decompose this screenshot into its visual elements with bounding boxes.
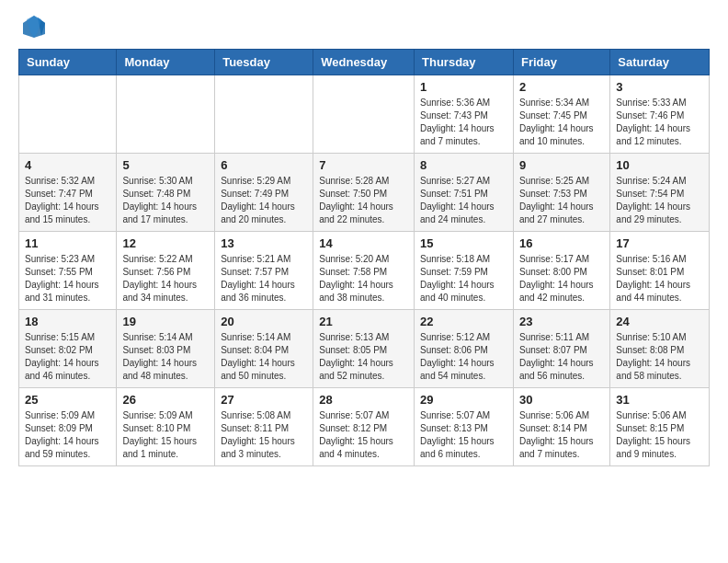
day-info: Sunrise: 5:20 AM Sunset: 7:58 PM Dayligh…: [319, 253, 408, 304]
day-info: Sunrise: 5:13 AM Sunset: 8:05 PM Dayligh…: [319, 331, 408, 383]
day-cell-2: 2Sunrise: 5:34 AM Sunset: 7:45 PM Daylig…: [513, 75, 609, 154]
day-info: Sunrise: 5:34 AM Sunset: 7:45 PM Dayligh…: [519, 97, 604, 148]
week-row-5: 25Sunrise: 5:09 AM Sunset: 8:09 PM Dayli…: [19, 388, 710, 466]
empty-cell: [117, 75, 215, 154]
day-cell-5: 5Sunrise: 5:30 AM Sunset: 7:48 PM Daylig…: [117, 154, 215, 232]
day-header-friday: Friday: [513, 50, 609, 75]
calendar-table: SundayMondayTuesdayWednesdayThursdayFrid…: [18, 49, 710, 466]
day-cell-8: 8Sunrise: 5:27 AM Sunset: 7:51 PM Daylig…: [415, 154, 514, 232]
day-number: 28: [319, 393, 408, 407]
day-info: Sunrise: 5:07 AM Sunset: 8:13 PM Dayligh…: [420, 409, 507, 461]
logo-icon: [21, 14, 47, 40]
day-number: 5: [122, 158, 209, 172]
day-cell-25: 25Sunrise: 5:09 AM Sunset: 8:09 PM Dayli…: [19, 388, 117, 466]
day-number: 22: [420, 315, 507, 328]
day-info: Sunrise: 5:29 AM Sunset: 7:49 PM Dayligh…: [221, 175, 307, 226]
page: SundayMondayTuesdayWednesdayThursdayFrid…: [0, 0, 728, 563]
day-info: Sunrise: 5:06 AM Sunset: 8:15 PM Dayligh…: [616, 409, 703, 461]
day-header-saturday: Saturday: [610, 50, 710, 75]
day-number: 17: [616, 236, 703, 250]
day-number: 24: [616, 315, 703, 328]
week-row-3: 11Sunrise: 5:23 AM Sunset: 7:55 PM Dayli…: [19, 232, 710, 310]
day-info: Sunrise: 5:32 AM Sunset: 7:47 PM Dayligh…: [25, 175, 110, 226]
day-info: Sunrise: 5:18 AM Sunset: 7:59 PM Dayligh…: [420, 253, 507, 304]
header-row: SundayMondayTuesdayWednesdayThursdayFrid…: [19, 50, 710, 75]
day-header-sunday: Sunday: [19, 50, 117, 75]
day-number: 16: [519, 236, 604, 250]
day-number: 30: [519, 393, 604, 407]
day-cell-19: 19Sunrise: 5:14 AM Sunset: 8:03 PM Dayli…: [117, 310, 215, 388]
day-info: Sunrise: 5:30 AM Sunset: 7:48 PM Dayligh…: [122, 175, 209, 226]
day-info: Sunrise: 5:27 AM Sunset: 7:51 PM Dayligh…: [420, 175, 507, 226]
day-number: 26: [122, 393, 209, 407]
day-info: Sunrise: 5:16 AM Sunset: 8:01 PM Dayligh…: [616, 253, 703, 304]
day-cell-14: 14Sunrise: 5:20 AM Sunset: 7:58 PM Dayli…: [313, 232, 415, 310]
day-info: Sunrise: 5:09 AM Sunset: 8:10 PM Dayligh…: [122, 409, 209, 461]
day-info: Sunrise: 5:17 AM Sunset: 8:00 PM Dayligh…: [519, 253, 604, 304]
day-number: 19: [122, 315, 209, 328]
day-info: Sunrise: 5:07 AM Sunset: 8:12 PM Dayligh…: [319, 409, 408, 461]
day-info: Sunrise: 5:06 AM Sunset: 8:14 PM Dayligh…: [519, 409, 604, 461]
day-cell-26: 26Sunrise: 5:09 AM Sunset: 8:10 PM Dayli…: [117, 388, 215, 466]
week-row-4: 18Sunrise: 5:15 AM Sunset: 8:02 PM Dayli…: [19, 310, 710, 388]
day-cell-6: 6Sunrise: 5:29 AM Sunset: 7:49 PM Daylig…: [215, 154, 313, 232]
day-info: Sunrise: 5:33 AM Sunset: 7:46 PM Dayligh…: [616, 97, 703, 148]
day-info: Sunrise: 5:25 AM Sunset: 7:53 PM Dayligh…: [519, 175, 604, 226]
day-cell-9: 9Sunrise: 5:25 AM Sunset: 7:53 PM Daylig…: [513, 154, 609, 232]
day-header-monday: Monday: [117, 50, 215, 75]
empty-cell: [313, 75, 415, 154]
day-number: 10: [616, 158, 703, 172]
day-cell-16: 16Sunrise: 5:17 AM Sunset: 8:00 PM Dayli…: [513, 232, 609, 310]
day-number: 14: [319, 236, 408, 250]
day-info: Sunrise: 5:23 AM Sunset: 7:55 PM Dayligh…: [25, 253, 110, 304]
day-info: Sunrise: 5:08 AM Sunset: 8:11 PM Dayligh…: [221, 409, 307, 461]
day-cell-27: 27Sunrise: 5:08 AM Sunset: 8:11 PM Dayli…: [215, 388, 313, 466]
day-number: 1: [420, 80, 507, 94]
empty-cell: [19, 75, 117, 154]
day-cell-23: 23Sunrise: 5:11 AM Sunset: 8:07 PM Dayli…: [513, 310, 609, 388]
day-cell-3: 3Sunrise: 5:33 AM Sunset: 7:46 PM Daylig…: [610, 75, 710, 154]
day-cell-17: 17Sunrise: 5:16 AM Sunset: 8:01 PM Dayli…: [610, 232, 710, 310]
day-cell-10: 10Sunrise: 5:24 AM Sunset: 7:54 PM Dayli…: [610, 154, 710, 232]
day-cell-31: 31Sunrise: 5:06 AM Sunset: 8:15 PM Dayli…: [610, 388, 710, 466]
day-number: 4: [25, 158, 110, 172]
week-row-1: 1Sunrise: 5:36 AM Sunset: 7:43 PM Daylig…: [19, 75, 710, 154]
day-cell-12: 12Sunrise: 5:22 AM Sunset: 7:56 PM Dayli…: [117, 232, 215, 310]
logo: [18, 14, 47, 40]
day-info: Sunrise: 5:09 AM Sunset: 8:09 PM Dayligh…: [25, 409, 110, 461]
day-cell-11: 11Sunrise: 5:23 AM Sunset: 7:55 PM Dayli…: [19, 232, 117, 310]
day-info: Sunrise: 5:15 AM Sunset: 8:02 PM Dayligh…: [25, 331, 110, 383]
day-cell-4: 4Sunrise: 5:32 AM Sunset: 7:47 PM Daylig…: [19, 154, 117, 232]
header: [18, 14, 710, 40]
day-cell-7: 7Sunrise: 5:28 AM Sunset: 7:50 PM Daylig…: [313, 154, 415, 232]
day-info: Sunrise: 5:24 AM Sunset: 7:54 PM Dayligh…: [616, 175, 703, 226]
day-cell-29: 29Sunrise: 5:07 AM Sunset: 8:13 PM Dayli…: [415, 388, 514, 466]
day-number: 13: [221, 236, 307, 250]
day-number: 6: [221, 158, 307, 172]
day-header-thursday: Thursday: [415, 50, 514, 75]
day-info: Sunrise: 5:22 AM Sunset: 7:56 PM Dayligh…: [122, 253, 209, 304]
day-number: 23: [519, 315, 604, 328]
day-info: Sunrise: 5:14 AM Sunset: 8:04 PM Dayligh…: [221, 331, 307, 383]
day-cell-22: 22Sunrise: 5:12 AM Sunset: 8:06 PM Dayli…: [415, 310, 514, 388]
day-info: Sunrise: 5:36 AM Sunset: 7:43 PM Dayligh…: [420, 97, 507, 148]
day-number: 18: [25, 315, 110, 328]
day-info: Sunrise: 5:10 AM Sunset: 8:08 PM Dayligh…: [616, 331, 703, 383]
day-info: Sunrise: 5:21 AM Sunset: 7:57 PM Dayligh…: [221, 253, 307, 304]
day-number: 25: [25, 393, 110, 407]
week-row-2: 4Sunrise: 5:32 AM Sunset: 7:47 PM Daylig…: [19, 154, 710, 232]
day-cell-20: 20Sunrise: 5:14 AM Sunset: 8:04 PM Dayli…: [215, 310, 313, 388]
day-info: Sunrise: 5:28 AM Sunset: 7:50 PM Dayligh…: [319, 175, 408, 226]
day-header-tuesday: Tuesday: [215, 50, 313, 75]
day-number: 21: [319, 315, 408, 328]
day-number: 15: [420, 236, 507, 250]
day-number: 20: [221, 315, 307, 328]
day-number: 27: [221, 393, 307, 407]
day-cell-21: 21Sunrise: 5:13 AM Sunset: 8:05 PM Dayli…: [313, 310, 415, 388]
day-cell-24: 24Sunrise: 5:10 AM Sunset: 8:08 PM Dayli…: [610, 310, 710, 388]
day-number: 3: [616, 80, 703, 94]
day-number: 31: [616, 393, 703, 407]
day-number: 7: [319, 158, 408, 172]
day-cell-30: 30Sunrise: 5:06 AM Sunset: 8:14 PM Dayli…: [513, 388, 609, 466]
day-cell-15: 15Sunrise: 5:18 AM Sunset: 7:59 PM Dayli…: [415, 232, 514, 310]
